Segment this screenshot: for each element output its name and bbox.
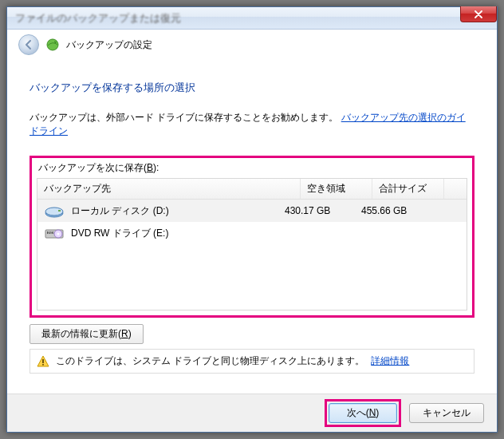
drive-destination: ローカル ディスク (D:) bbox=[44, 203, 280, 219]
warning-icon bbox=[37, 355, 49, 368]
help-text: バックアップは、外部ハード ドライブに保存することをお勧めします。 バックアップ… bbox=[30, 111, 474, 138]
close-icon bbox=[474, 10, 482, 18]
help-text-prefix: バックアップは、外部ハード ドライブに保存することをお勧めします。 bbox=[30, 112, 338, 123]
back-button[interactable] bbox=[18, 34, 39, 55]
drive-list-label: バックアップを次に保存(B): bbox=[38, 161, 467, 175]
warning-text: このドライブは、システム ドライブと同じ物理ディスク上にあります。 bbox=[56, 354, 364, 368]
svg-text:DVD: DVD bbox=[48, 231, 53, 235]
col-free-space[interactable]: 空き領域 bbox=[301, 179, 372, 199]
col-destination[interactable]: バックアップ先 bbox=[37, 179, 301, 199]
cancel-button[interactable]: キャンセル bbox=[409, 403, 484, 423]
drive-table-body: ローカル ディスク (D:)430.17 GB455.66 GBDVDDVD R… bbox=[37, 200, 467, 310]
page-subtitle: バックアップを保存する場所の選択 bbox=[30, 81, 474, 95]
backup-settings-dialog: ファイルのバックアップまたは復元 バックアップの設定 バックアップを保存する場所… bbox=[6, 6, 498, 433]
svg-rect-9 bbox=[42, 359, 44, 363]
svg-rect-10 bbox=[42, 364, 44, 366]
drive-name: DVD RW ドライブ (E:) bbox=[71, 227, 168, 240]
drive-free: 430.17 GB bbox=[285, 205, 356, 216]
col-total-size[interactable]: 合計サイズ bbox=[372, 179, 444, 199]
drive-row[interactable]: DVDDVD RW ドライブ (E:) bbox=[37, 222, 467, 244]
drive-total: 455.66 GB bbox=[361, 205, 433, 216]
hdd-icon bbox=[44, 203, 65, 219]
drive-destination: DVDDVD RW ドライブ (E:) bbox=[44, 225, 280, 241]
titlebar-text: ファイルのバックアップまたは復元 bbox=[7, 11, 181, 26]
svg-rect-3 bbox=[58, 210, 61, 212]
drive-table-header: バックアップ先 空き領域 合計サイズ bbox=[37, 179, 467, 200]
content-area: バックアップを保存する場所の選択 バックアップは、外部ハード ドライブに保存する… bbox=[7, 63, 497, 374]
refresh-row: 最新の情報に更新(R) bbox=[30, 324, 474, 344]
wizard-title: バックアップの設定 bbox=[66, 38, 152, 52]
drive-selection-highlight: バックアップを次に保存(B): バックアップ先 空き領域 合計サイズ ローカル … bbox=[30, 156, 474, 318]
refresh-button[interactable]: 最新の情報に更新(R) bbox=[30, 324, 144, 344]
close-button[interactable] bbox=[460, 6, 497, 22]
svg-point-6 bbox=[57, 233, 60, 235]
next-button[interactable]: 次へ(N) bbox=[329, 403, 397, 423]
wizard-header: バックアップの設定 bbox=[7, 30, 497, 63]
drive-table: バックアップ先 空き領域 合計サイズ ローカル ディスク (D:)430.17 … bbox=[37, 178, 467, 310]
arrow-left-icon bbox=[23, 39, 34, 50]
titlebar: ファイルのバックアップまたは復元 bbox=[7, 7, 497, 30]
details-link[interactable]: 詳細情報 bbox=[371, 354, 409, 368]
dvd-icon: DVD bbox=[44, 225, 65, 241]
dialog-footer: 次へ(N) キャンセル bbox=[7, 394, 497, 432]
drive-name: ローカル ディスク (D:) bbox=[71, 204, 169, 218]
drive-row[interactable]: ローカル ディスク (D:)430.17 GB455.66 GB bbox=[37, 200, 467, 222]
col-spacer bbox=[444, 179, 467, 199]
backup-icon bbox=[45, 38, 60, 52]
next-button-highlight: 次へ(N) bbox=[325, 399, 401, 427]
warning-info-box: このドライブは、システム ドライブと同じ物理ディスク上にあります。 詳細情報 bbox=[30, 349, 474, 374]
